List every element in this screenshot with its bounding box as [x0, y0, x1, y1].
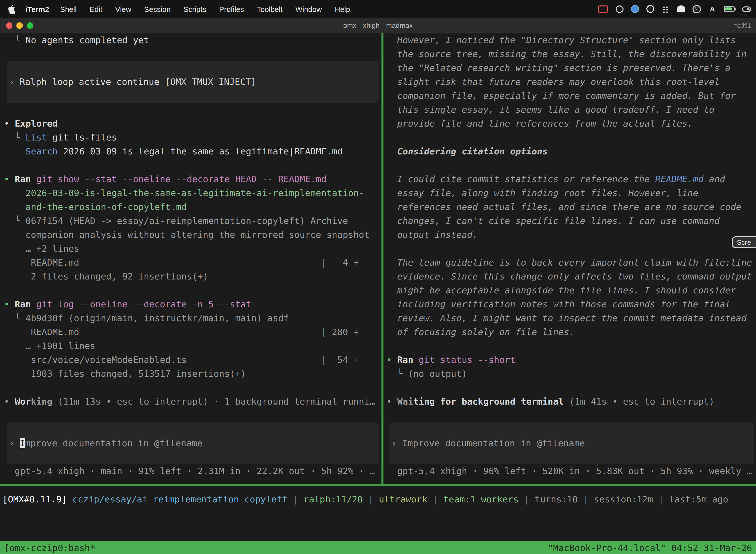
- window-shortcut-badge: ⌥⌘1: [734, 21, 751, 29]
- menu-item-window[interactable]: Window: [296, 5, 322, 13]
- terminal-line: this single essay, it seems like a good …: [386, 103, 754, 117]
- close-button[interactable]: [6, 22, 12, 29]
- terminal-line: companion file, especially if more comme…: [386, 89, 754, 103]
- terminal-line: of focusing solely on file lines.: [386, 325, 754, 339]
- terminal-line: [386, 130, 754, 145]
- battery-gauge-icon[interactable]: 61: [693, 5, 701, 13]
- tmux-window-name[interactable]: [omx-cczip0:bash*: [4, 542, 95, 553]
- terminal-line: might be acceptable alongside the file l…: [386, 283, 754, 297]
- terminal-line: [4, 381, 381, 395]
- menu-item-toolbelt[interactable]: Toolbelt: [257, 5, 282, 13]
- terminal-line: README.md | 280 +: [4, 325, 381, 339]
- terminal-line: output instead.: [386, 228, 754, 242]
- terminal-line: └ (no output): [386, 367, 754, 381]
- terminal-line: including verification notes with those …: [386, 297, 754, 311]
- prompt-input[interactable]: › Improve documentation in @filename: [389, 423, 754, 464]
- compass-app-icon[interactable]: [631, 5, 639, 13]
- terminal-line: 1903 files changed, 513517 insertions(+): [4, 367, 381, 381]
- terminal-line: [4, 103, 381, 117]
- status-divider: [0, 484, 756, 486]
- terminal-line: └ List git ls-files: [4, 130, 381, 145]
- terminal-line: src/voice/voiceModeEnabled.ts | 54 +: [4, 353, 381, 367]
- minimize-button[interactable]: [16, 22, 23, 29]
- menu-item-shell[interactable]: Shell: [60, 5, 77, 13]
- window-title: omx --xhigh --madmax: [343, 21, 413, 29]
- terminal-line: changes, I can't cite specific file line…: [386, 214, 754, 228]
- traffic-lights: [6, 18, 33, 33]
- input-source-icon[interactable]: A: [708, 4, 716, 14]
- menu-item-help[interactable]: Help: [335, 5, 350, 13]
- terminal-line: and-the-erosion-of-copyleft.md: [4, 200, 381, 214]
- terminal-line: Considering citation options: [386, 145, 754, 158]
- omx-status-bar: [OMX#0.11.9] cczip/essay/ai-reimplementa…: [0, 486, 756, 541]
- terminal-line: [386, 339, 754, 353]
- screen-recording-icon[interactable]: [598, 5, 608, 13]
- terminal-line: [386, 408, 754, 423]
- terminal-line: › Improve documentation in @filename: [9, 436, 378, 450]
- terminal-line: … +1901 lines: [4, 339, 381, 353]
- terminal-line: evidence. Since this change only affects…: [386, 270, 754, 283]
- pane-divider[interactable]: [381, 33, 383, 484]
- terminal-line: README.md | 4 +: [4, 256, 381, 270]
- menu-app-name[interactable]: iTerm2: [25, 5, 49, 13]
- terminal-line: The team guideline is to back every impo…: [386, 256, 754, 270]
- terminal-line: • Waiting for background terminal (1m 41…: [386, 395, 754, 408]
- globe-app-icon[interactable]: [616, 5, 624, 13]
- terminal-line: gpt-5.4 xhigh · main · 91% left · 2.31M …: [4, 464, 381, 478]
- zoom-button[interactable]: [27, 22, 33, 29]
- terminal-line: └ 4b9d30f (origin/main, instructkr/main,…: [4, 311, 381, 325]
- terminal-line: 2026-03-09-is-legal-the-same-as-legitima…: [4, 186, 381, 200]
- terminal-line: gpt-5.4 xhigh · 96% left · 520K in · 5.8…: [386, 464, 754, 478]
- terminal-line: references need actual files, and since …: [386, 200, 754, 214]
- terminal-line: review. Also, I might want to inspect th…: [386, 311, 754, 325]
- menu-bar-status-icons: 61A: [598, 4, 751, 14]
- terminal-line: [386, 381, 754, 395]
- title-bar: omx --xhigh --madmax ⌥⌘1: [0, 18, 756, 33]
- terminal-line: • Ran git log --oneline --decorate -n 5 …: [4, 297, 381, 311]
- terminal-content: └ No agents completed yet › Ralph loop a…: [0, 33, 756, 484]
- menu-item-edit[interactable]: Edit: [89, 5, 103, 13]
- screen: iTerm2 Shell Edit View Session Scripts P…: [0, 0, 756, 554]
- menu-item-session[interactable]: Session: [144, 5, 171, 13]
- notification-popup[interactable]: Scre: [732, 236, 756, 248]
- terminal-line: [4, 283, 381, 297]
- terminal-line: └ No agents completed yet: [4, 33, 381, 47]
- terminal-line: [4, 408, 381, 423]
- terminal-line: • Explored: [4, 117, 381, 130]
- terminal-line: [386, 242, 754, 256]
- terminal-line: essay file, along with finding root file…: [386, 186, 754, 200]
- menu-item-view[interactable]: View: [115, 5, 131, 13]
- terminal-line: companion analysis without altering the …: [4, 228, 381, 242]
- battery-icon[interactable]: [724, 6, 735, 12]
- terminal-line: └ 067f154 (HEAD -> essay/ai-reimplementa…: [4, 214, 381, 228]
- apple-menu-icon[interactable]: [8, 4, 16, 14]
- terminal-line: [OMX#0.11.9] cczip/essay/ai-reimplementa…: [2, 492, 756, 506]
- ghost-app-icon[interactable]: [677, 5, 685, 12]
- terminal-line: [4, 47, 381, 61]
- app-grid-icon[interactable]: [662, 5, 670, 13]
- terminal-line: [386, 158, 754, 172]
- tmux-status-bar: [omx-cczip0:bash* "MacBook-Pro-44.local"…: [0, 541, 756, 554]
- terminal-line: › Improve documentation in @filename: [391, 436, 753, 450]
- control-center-icon[interactable]: [742, 6, 751, 12]
- terminal-line: • Ran git status --short: [386, 353, 754, 367]
- terminal-line: Search 2026-03-09-is-legal-the-same-as-l…: [4, 145, 381, 158]
- terminal-line: … +2 lines: [4, 242, 381, 256]
- dark-ring-app-icon[interactable]: [646, 5, 654, 13]
- menu-item-profiles[interactable]: Profiles: [219, 5, 244, 13]
- terminal-line: [4, 158, 381, 172]
- terminal-line: the source tree, missing the essay. Stil…: [386, 47, 754, 61]
- inject-banner[interactable]: › Ralph loop active continue [OMX_TMUX_I…: [7, 61, 378, 103]
- terminal-line: • Ran git show --stat --oneline --decora…: [4, 172, 381, 186]
- terminal-line: • Working (11m 13s • esc to interrupt) ·…: [4, 395, 381, 408]
- menu-bar: iTerm2 Shell Edit View Session Scripts P…: [0, 0, 756, 18]
- tmux-host-clock: "MacBook-Pro-44.local" 04:52 31-Mar-26: [548, 542, 752, 553]
- menu-item-scripts[interactable]: Scripts: [184, 5, 206, 13]
- prompt-input[interactable]: › Improve documentation in @filename: [7, 423, 378, 464]
- terminal-line: the "Related research writing" section i…: [386, 61, 754, 75]
- terminal-line: provide file and line references from th…: [386, 117, 754, 130]
- terminal-line: I could cite commit statistics or refere…: [386, 172, 754, 186]
- terminal-pane-left[interactable]: └ No agents completed yet › Ralph loop a…: [0, 33, 381, 484]
- terminal-pane-right[interactable]: However, I noticed the "Directory Struct…: [383, 33, 754, 484]
- terminal-line: 2 files changed, 92 insertions(+): [4, 270, 381, 283]
